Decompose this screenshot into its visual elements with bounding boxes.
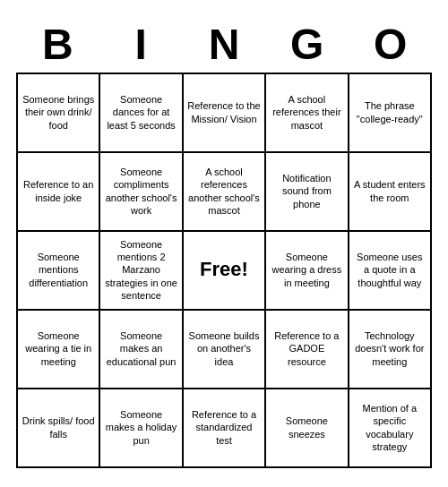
bingo-title: BINGO [16, 20, 432, 69]
bingo-cell-22[interactable]: Reference to a standardized test [184, 389, 266, 468]
bingo-cell-0[interactable]: Someone brings their own drink/ food [18, 74, 100, 153]
bingo-cell-4[interactable]: The phrase "college-ready" [349, 74, 432, 153]
bingo-cell-20[interactable]: Drink spills/ food falls [18, 389, 100, 468]
bingo-letter-o: O [351, 20, 430, 69]
bingo-cell-8[interactable]: Notification sound from phone [266, 153, 349, 232]
bingo-cell-7[interactable]: A school references another school's mas… [184, 153, 266, 232]
bingo-cell-9[interactable]: A student enters the room [349, 153, 432, 232]
bingo-letter-g: G [268, 20, 347, 69]
bingo-cell-18[interactable]: Reference to a GADOE resource [266, 311, 349, 389]
bingo-cell-14[interactable]: Someone uses a quote in a thoughtful way [349, 232, 432, 311]
bingo-cell-15[interactable]: Someone wearing a tie in meeting [18, 311, 100, 389]
bingo-cell-6[interactable]: Someone compliments another school's wor… [100, 153, 183, 232]
bingo-cell-5[interactable]: Reference to an inside joke [18, 153, 100, 232]
bingo-card: BINGO Someone brings their own drink/ fo… [9, 13, 439, 475]
bingo-cell-13[interactable]: Someone wearing a dress in meeting [266, 232, 349, 311]
bingo-cell-17[interactable]: Someone builds on another's idea [184, 311, 266, 389]
bingo-cell-11[interactable]: Someone mentions 2 Marzano strategies in… [100, 232, 183, 311]
bingo-cell-21[interactable]: Someone makes a holiday pun [100, 389, 183, 468]
bingo-cell-16[interactable]: Someone makes an educational pun [100, 311, 183, 389]
bingo-cell-24[interactable]: Mention of a specific vocabulary strateg… [349, 389, 432, 468]
bingo-grid: Someone brings their own drink/ foodSome… [16, 73, 432, 468]
bingo-letter-i: I [101, 20, 180, 69]
bingo-cell-12[interactable]: Free! [184, 232, 266, 311]
bingo-cell-23[interactable]: Someone sneezes [266, 389, 349, 468]
bingo-cell-3[interactable]: A school references their mascot [266, 74, 349, 153]
bingo-cell-1[interactable]: Someone dances for at least 5 seconds [100, 74, 183, 153]
bingo-cell-10[interactable]: Someone mentions differentiation [18, 232, 100, 311]
bingo-cell-19[interactable]: Technology doesn't work for meeting [349, 311, 432, 389]
bingo-letter-n: N [185, 20, 263, 69]
bingo-cell-2[interactable]: Reference to the Mission/ Vision [184, 74, 266, 153]
bingo-letter-b: B [18, 20, 97, 69]
